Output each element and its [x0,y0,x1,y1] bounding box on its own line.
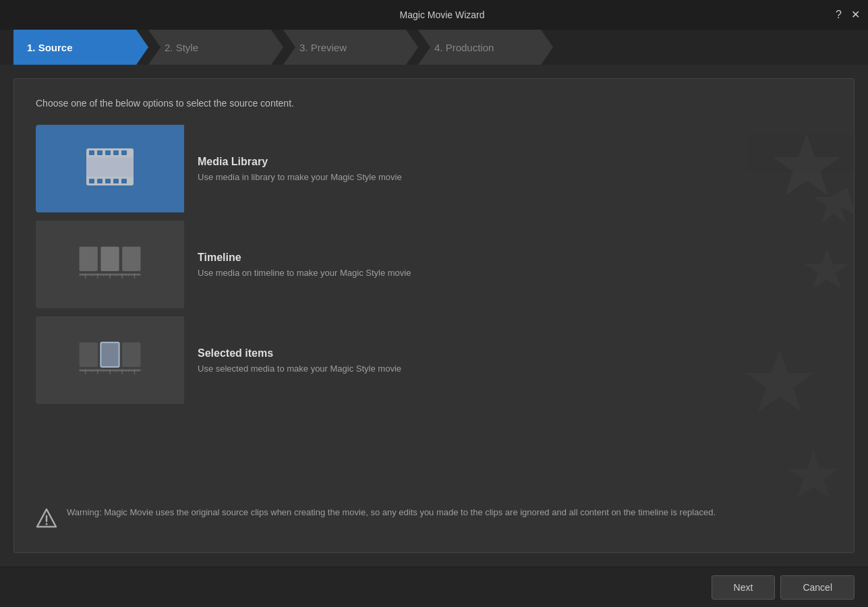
close-button[interactable]: ✕ [851,9,860,20]
film-strip-icon [80,142,140,196]
help-button[interactable]: ? [836,9,842,20]
timeline-icon-area [36,221,184,308]
svg-rect-19 [122,246,140,270]
title-bar: Magic Movie Wizard ? ✕ [0,0,868,30]
svg-rect-7 [97,150,103,155]
media-library-title: Media Library [198,156,402,168]
steps-bar: 1. Source 2. Style 3. Preview 4. Product… [0,30,868,65]
warning-area: Warning: Magic Movie uses the original s… [36,506,832,533]
option-media-library[interactable]: Media Library Use media in library to ma… [36,125,454,212]
selected-items-icon-area [36,316,184,404]
svg-rect-8 [105,150,111,155]
step-preview[interactable]: 3. Preview [283,30,418,65]
svg-rect-18 [100,246,119,270]
svg-rect-13 [105,179,111,183]
warning-text: Warning: Magic Movie uses the original s… [67,506,716,519]
step-style[interactable]: 2. Style [148,30,283,65]
content-panel: Choose one of the below options to selec… [13,78,855,553]
timeline-text: Timeline Use media on timeline to make y… [184,252,424,278]
selected-items-icon [76,335,144,386]
bottom-bar: Next Cancel [0,567,868,607]
svg-rect-6 [89,150,94,155]
option-selected-items[interactable]: Selected items Use selected media to mak… [36,316,454,404]
svg-rect-15 [121,179,127,183]
window-title: Magic Movie Wizard [49,9,836,20]
window-controls: ? ✕ [836,9,860,20]
step-preview-label: 3. Preview [299,42,347,53]
svg-rect-31 [100,342,119,366]
step-production[interactable]: 4. Production [418,30,553,65]
svg-rect-14 [113,179,119,183]
svg-rect-12 [97,179,103,183]
step-source[interactable]: 1. Source [13,30,148,65]
selected-items-text: Selected items Use selected media to mak… [184,347,415,374]
svg-rect-30 [80,342,98,366]
options-list: Media Library Use media in library to ma… [36,125,832,492]
instruction-text: Choose one of the below options to selec… [36,98,832,109]
svg-rect-32 [122,342,140,366]
timeline-icon [76,239,144,290]
step-source-label: 1. Source [27,42,73,53]
svg-rect-17 [80,246,98,270]
step-style-label: 2. Style [165,42,198,53]
media-library-text: Media Library Use media in library to ma… [184,156,415,182]
svg-rect-11 [89,179,94,183]
warning-icon [36,507,57,533]
timeline-title: Timeline [198,252,411,264]
svg-rect-10 [121,150,127,155]
main-content: Choose one of the below options to selec… [0,65,868,567]
svg-rect-9 [113,150,119,155]
selected-items-desc: Use selected media to make your Magic St… [198,364,401,374]
svg-rect-16 [86,157,134,177]
next-button[interactable]: Next [712,575,776,600]
step-production-label: 4. Production [434,42,494,53]
cancel-button[interactable]: Cancel [780,575,855,600]
selected-items-title: Selected items [198,347,401,359]
media-library-desc: Use media in library to make your Magic … [198,172,402,182]
timeline-desc: Use media on timeline to make your Magic… [198,268,411,278]
svg-point-46 [46,523,48,525]
media-library-icon-area [36,125,184,212]
option-timeline[interactable]: Timeline Use media on timeline to make y… [36,221,454,308]
